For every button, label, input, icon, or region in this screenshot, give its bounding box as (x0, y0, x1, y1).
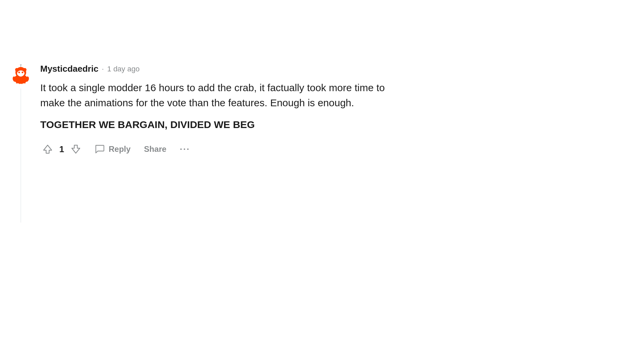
upvote-icon (42, 143, 54, 155)
share-button[interactable]: Share (141, 142, 169, 156)
thread-line (20, 88, 21, 223)
comment-actions: 1 Reply Share (40, 141, 644, 157)
comment-wrapper: Mysticdaedric · 1 day ago It took a sing… (0, 0, 644, 223)
svg-point-4 (17, 70, 24, 76)
svg-point-3 (23, 68, 26, 71)
upvote-button[interactable] (40, 142, 55, 157)
more-label: ··· (180, 144, 190, 154)
share-label: Share (144, 144, 166, 154)
comment-slogan: TOGETHER WE BARGAIN, DIVIDED WE BEG (40, 117, 610, 132)
svg-point-16 (15, 83, 20, 86)
snoo-icon (10, 64, 32, 86)
reply-icon (94, 143, 105, 155)
header-separator: · (102, 65, 104, 73)
comment-header: Mysticdaedric · 1 day ago (40, 64, 644, 74)
svg-point-7 (18, 72, 20, 73)
comment-text-line1: It took a single modder 16 hours to add … (40, 80, 610, 110)
svg-point-11 (20, 64, 22, 66)
avatar-section (7, 64, 34, 223)
more-button[interactable]: ··· (177, 143, 193, 156)
comment-content: Mysticdaedric · 1 day ago It took a sing… (34, 64, 644, 223)
svg-point-17 (22, 83, 26, 86)
svg-point-9 (20, 74, 22, 75)
vote-count: 1 (58, 144, 65, 155)
comment-body: It took a single modder 16 hours to add … (40, 80, 610, 132)
page-container: Mysticdaedric · 1 day ago It took a sing… (0, 0, 644, 362)
vote-section: 1 (40, 142, 83, 157)
svg-point-8 (22, 72, 23, 73)
avatar (9, 64, 32, 86)
downvote-icon (70, 143, 82, 155)
comment-timestamp: 1 day ago (107, 65, 140, 73)
comment-username: Mysticdaedric (40, 64, 98, 74)
reply-label: Reply (109, 144, 130, 154)
reply-button[interactable]: Reply (91, 141, 133, 157)
downvote-button[interactable] (68, 142, 83, 157)
svg-point-2 (15, 68, 18, 71)
